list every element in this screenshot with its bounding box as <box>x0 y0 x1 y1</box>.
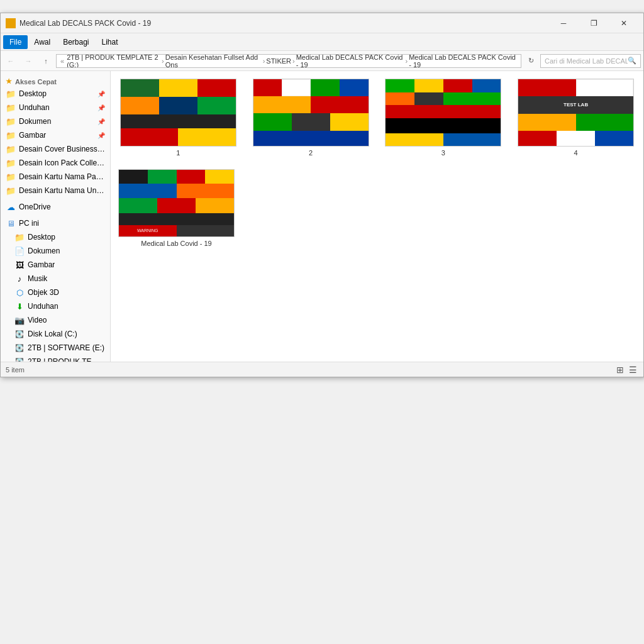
item-count: 5 item <box>6 366 25 374</box>
window: Medical Lab DECALS PACK Covid - 19 ─ ❐ ✕… <box>0 13 644 377</box>
up-button[interactable]: ↑ <box>38 53 53 69</box>
menu-file[interactable]: File <box>3 35 28 49</box>
file-label-1: 1 <box>176 149 180 157</box>
pin-icon: 📌 <box>97 132 105 139</box>
file-item-5[interactable]: WARNING Medical Lab Covid - 19 <box>116 167 237 250</box>
address-path[interactable]: « 2TB | PRODUK TEMPLATE 2 (G:) › Desain … <box>56 54 521 68</box>
close-button[interactable]: ✕ <box>609 13 638 33</box>
pin-icon: 📌 <box>97 118 105 125</box>
folder-icon: 📁 <box>6 103 16 113</box>
file-label-4: 4 <box>574 149 578 157</box>
file-item-3[interactable]: 3 <box>381 76 506 159</box>
download-icon: ⬇ <box>14 301 25 311</box>
sidebar-item-unduhan-quick[interactable]: 📁 Unduhan 📌 <box>1 101 110 114</box>
sidebar-item-desain-kartu-unik[interactable]: 📁 Desain Kartu Nama Unik Abstrak... <box>1 184 110 197</box>
file-label-5: Medical Lab Covid - 19 <box>141 240 212 247</box>
folder-icon: 📁 <box>6 144 16 154</box>
search-box[interactable]: Cari di Medical Lab DECALS P... 🔍 <box>540 54 641 68</box>
refresh-button[interactable]: ↻ <box>524 54 538 68</box>
quick-access-header: ★ Akses Cepat <box>1 74 110 87</box>
thumbnail-image-2 <box>253 79 369 147</box>
search-placeholder: Cari di Medical Lab DECALS P... <box>545 57 628 65</box>
path-segment-5: Medical Lab DECALS PACK Covid - 19 <box>409 54 517 68</box>
sidebar-item-desain-kartu[interactable]: 📁 Desain Kartu Nama Pack Collecti... <box>1 170 110 184</box>
menu-berbagi[interactable]: Berbagi <box>57 35 95 49</box>
path-segment-2: Desain Kesehatan Fullset Add Ons <box>165 54 262 68</box>
grid-view-button[interactable]: ⊞ <box>615 365 625 375</box>
sidebar-item-disk-f[interactable]: 💽 2TB | PRODUK TEMPLATE 1 (F:) <box>1 355 110 362</box>
folder-icon: 📁 <box>6 130 16 140</box>
folder-icon: 📁 <box>6 116 16 126</box>
3d-icon: ⬡ <box>14 287 25 297</box>
sidebar: ★ Akses Cepat 📁 Desktop 📌 📁 Unduhan 📌 📁 … <box>1 71 111 362</box>
sidebar-item-onedrive[interactable]: ☁ OneDrive <box>1 200 110 214</box>
back-button[interactable]: ← <box>3 53 18 69</box>
pin-icon: 📌 <box>97 91 105 97</box>
title-bar-icon <box>6 18 16 28</box>
sidebar-item-pc[interactable]: 🖥 PC ini <box>1 216 110 230</box>
path-segment-1: « 2TB | PRODUK TEMPLATE 2 (G:) <box>60 54 160 68</box>
thumbnail-image-1 <box>120 79 236 147</box>
status-bar: 5 item ⊞ ☰ <box>1 362 643 377</box>
sidebar-item-video-pc[interactable]: 📷 Video <box>1 313 110 327</box>
file-area: 1 <box>111 71 643 362</box>
menu-bar: File Awal Berbagi Lihat <box>1 33 643 51</box>
drive-icon: 💽 <box>14 329 25 339</box>
sidebar-item-disk-e[interactable]: 💽 2TB | SOFTWARE (E:) <box>1 341 110 355</box>
forward-button[interactable]: → <box>21 53 36 69</box>
sidebar-item-disk-c[interactable]: 💽 Disk Lokal (C:) <box>1 327 110 341</box>
main-content: ★ Akses Cepat 📁 Desktop 📌 📁 Unduhan 📌 📁 … <box>1 71 643 362</box>
folder-icon: 📁 <box>14 232 25 242</box>
thumbnail-image-3 <box>385 79 501 147</box>
file-row-2: WARNING Medical Lab Covid - 19 <box>116 167 638 250</box>
folder-icon: 📄 <box>14 246 25 256</box>
title-bar-controls: ─ ❐ ✕ <box>549 13 638 33</box>
sidebar-item-dokumen-quick[interactable]: 📁 Dokumen 📌 <box>1 114 110 128</box>
menu-lihat[interactable]: Lihat <box>96 35 125 49</box>
title-bar-text: Medical Lab DECALS PACK Covid - 19 <box>19 19 549 28</box>
onedrive-icon: ☁ <box>6 202 16 212</box>
file-label-3: 3 <box>441 149 445 157</box>
thumbnail-image-4: TEST LAB <box>518 79 634 147</box>
video-icon: 📷 <box>14 315 25 325</box>
folder-icon: 🖼 <box>14 260 25 270</box>
sidebar-item-desain-icon[interactable]: 📁 Desain Icon Pack Collection Me... <box>1 156 110 170</box>
minimize-button[interactable]: ─ <box>549 13 578 33</box>
search-icon: 🔍 <box>628 57 636 65</box>
sidebar-item-gambar-quick[interactable]: 📁 Gambar 📌 <box>1 128 110 142</box>
sidebar-item-musik-pc[interactable]: ♪ Musik <box>1 272 110 286</box>
list-view-button[interactable]: ☰ <box>628 365 638 375</box>
sidebar-item-desain-cover[interactable]: 📁 Desain Cover Business Pack Colli... <box>1 142 110 156</box>
folder-icon: 📁 <box>6 186 16 196</box>
sidebar-item-unduhan-pc[interactable]: ⬇ Unduhan <box>1 299 110 313</box>
sidebar-item-gambar-pc[interactable]: 🖼 Gambar <box>1 258 110 272</box>
star-icon: ★ <box>6 77 12 86</box>
file-label-2: 2 <box>309 149 313 157</box>
file-item-4[interactable]: TEST LAB 4 <box>513 76 638 159</box>
file-item-1[interactable]: 1 <box>116 76 241 159</box>
pin-icon: 📌 <box>97 104 105 111</box>
computer-icon: 🖥 <box>6 218 16 228</box>
path-segment-3: STIKER <box>266 57 291 65</box>
file-item-2[interactable]: 2 <box>248 76 374 159</box>
restore-button[interactable]: ❐ <box>579 13 608 33</box>
view-controls: ⊞ ☰ <box>615 365 638 375</box>
address-bar: ← → ↑ « 2TB | PRODUK TEMPLATE 2 (G:) › D… <box>1 51 643 71</box>
folder-icon: 📁 <box>6 158 16 168</box>
sidebar-item-objek3d-pc[interactable]: ⬡ Objek 3D <box>1 286 110 299</box>
folder-icon: 📁 <box>6 89 16 99</box>
sidebar-item-dokumen-pc[interactable]: 📄 Dokumen <box>1 244 110 258</box>
music-icon: ♪ <box>14 274 25 284</box>
drive-icon: 💽 <box>14 357 25 362</box>
drive-icon: 💽 <box>14 343 25 353</box>
path-segment-4: Medical Lab DECALS PACK Covid - 19 <box>296 54 404 68</box>
menu-awal[interactable]: Awal <box>28 35 57 49</box>
title-bar: Medical Lab DECALS PACK Covid - 19 ─ ❐ ✕ <box>1 13 643 33</box>
sidebar-item-desktop-pc[interactable]: 📁 Desktop <box>1 230 110 244</box>
folder-icon: 📁 <box>6 172 16 182</box>
thumbnail-image-5: WARNING <box>118 169 235 237</box>
sidebar-item-desktop-quick[interactable]: 📁 Desktop 📌 <box>1 87 110 101</box>
thumbnail-grid: 1 <box>116 76 638 159</box>
